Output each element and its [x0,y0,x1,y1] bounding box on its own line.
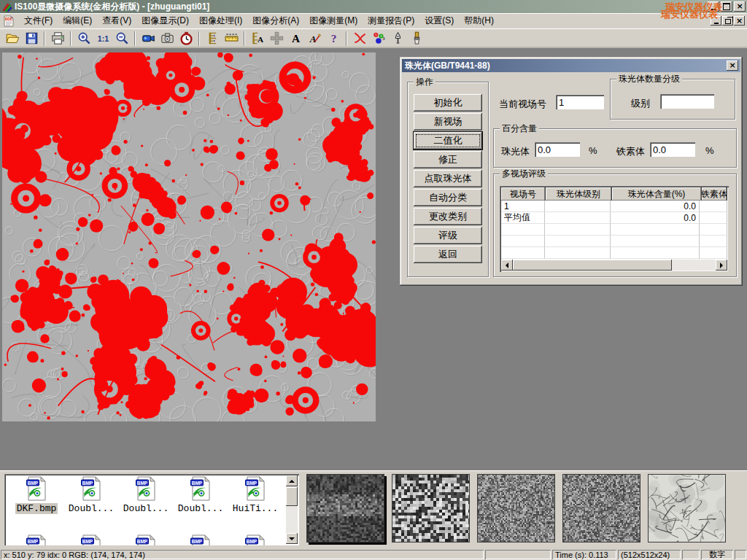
op-button-9[interactable]: 返回 [414,246,482,263]
ferrite-percent-input[interactable] [650,142,695,157]
op-button-7[interactable]: 更改类别 [414,208,482,225]
file-item-partial[interactable]: BMP [65,534,117,545]
menu-item-6[interactable]: 图像分析(A) [247,12,304,29]
mdi-restore-button[interactable] [722,16,733,26]
table-row[interactable]: 平均值0.0 [501,212,727,224]
dialog-close-icon: × [729,62,735,69]
image-thumbnail-3[interactable] [477,474,555,542]
text-button[interactable]: A [286,30,305,47]
curve-tool-button[interactable] [350,30,369,47]
actual-size-button[interactable]: 1:1 [93,30,112,47]
measure-text-button[interactable]: A [248,30,267,47]
file-scrollbar-thumb[interactable] [286,487,298,506]
help-button[interactable]: ? [324,30,343,47]
zoom-out-button[interactable] [112,30,131,47]
file-item-partial[interactable]: BMP [229,534,282,545]
maximize-button[interactable] [721,1,732,12]
ruler-button[interactable] [222,30,241,47]
table-column-header-3[interactable]: 珠光体含量(%) [612,187,702,201]
menu-item-5[interactable]: 图像处理(I) [194,12,247,29]
image-size-status: (512x512x24) [618,550,681,559]
pearlite-percent-input[interactable] [535,142,580,157]
video-camera-button[interactable] [139,30,158,47]
document-icon: DOC [3,15,15,27]
mdi-close-button[interactable]: × [734,16,745,26]
table-column-header-1[interactable]: 视场号 [501,187,546,201]
brush-button[interactable] [407,30,426,47]
file-item[interactable]: BMPDKF.bmp [10,476,63,514]
menu-item-4[interactable]: 图像显示(D) [136,12,194,29]
table-horizontal-scrollbar[interactable] [501,260,727,271]
op-button-4[interactable]: 修正 [414,151,482,168]
annotate-button[interactable]: A [305,30,324,47]
print-button[interactable] [48,30,67,47]
title-bar[interactable]: IS100显微摄像系统(金相分析版) - [zhuguangti01] × [0,0,747,13]
binarized-metallograph-image[interactable] [2,52,376,421]
file-item[interactable]: BMPDoubl... [65,476,117,514]
dialog-close-button[interactable]: × [727,61,738,71]
scroll-down-button[interactable] [286,533,298,544]
svg-text:1:1: 1:1 [97,34,108,43]
classify-button[interactable]: 123 [369,30,388,47]
svg-text:BMP: BMP [137,539,148,544]
bmp-file-icon: BMP [25,493,48,503]
scroll-up-button[interactable] [286,475,298,486]
image-thumbnail-4[interactable] [562,474,640,542]
image-thumbnail-1[interactable] [306,474,384,542]
capture-button[interactable] [158,30,177,47]
bmp-file-icon: BMP [134,493,158,503]
grid-button[interactable] [267,30,286,47]
file-item-partial[interactable]: BMP [174,534,227,545]
dialog-title-bar[interactable]: 珠光体(GB/T9441-88) × [402,59,740,72]
file-item[interactable]: BMPHuiTi... [229,476,282,514]
zoom-in-button[interactable] [74,30,93,47]
caliper-icon [206,31,220,45]
minimize-button[interactable] [708,1,719,12]
table-row[interactable]: 10.0 [501,201,727,212]
op-button-2[interactable]: 新视场 [414,113,482,131]
current-field-input[interactable] [556,95,604,109]
svg-text:BMP: BMP [82,539,93,544]
menu-item-3[interactable]: 查看(V) [97,12,136,29]
mdi-close-icon: × [736,18,743,25]
menu-item-10[interactable]: 帮助(H) [459,12,499,29]
caliper-button[interactable] [203,30,222,47]
menu-item-8[interactable]: 测量报告(P) [363,12,419,29]
timer-button[interactable] [177,30,196,47]
open-button[interactable] [3,30,22,47]
mdi-minimize-button[interactable] [711,16,721,26]
table-row-empty[interactable] [501,236,727,247]
multifield-group: 多视场评级 视场号珠光体级别珠光体含量(%)铁素体 10.0平均值0.0 [493,174,737,277]
table-column-header-2[interactable]: 珠光体级别 [546,187,612,201]
op-button-5[interactable]: 点取珠光体 [414,170,482,187]
mode-status: 数字 [701,550,733,559]
menu-item-2[interactable]: 编辑(E) [58,12,97,29]
file-list-scrollbar[interactable] [286,475,298,544]
menu-item-9[interactable]: 设置(S) [419,12,459,29]
file-item-partial[interactable]: BMP [120,534,172,545]
file-item-partial[interactable]: BMP [10,534,63,545]
pick-pen-button[interactable] [388,30,407,47]
op-button-8[interactable]: 评级 [414,227,482,244]
app-icon [1,1,12,12]
file-item[interactable]: BMPDoubl... [120,476,172,514]
scroll-right-button[interactable] [716,260,727,271]
op-button-6[interactable]: 自动分类 [414,189,482,206]
ferrite-percent-sign: % [705,145,714,156]
close-button[interactable]: × [734,1,746,12]
scrollbar-thumb[interactable] [513,260,672,271]
scroll-left-button[interactable] [501,260,513,271]
grade-input[interactable] [660,94,714,109]
save-button[interactable] [22,30,41,47]
table-row-empty[interactable] [501,224,727,236]
file-item[interactable]: BMPDoubl... [174,476,227,514]
menu-item-7[interactable]: 图像测量(M) [304,12,363,29]
op-button-3[interactable]: 二值化 [414,132,482,149]
svg-text:3: 3 [382,36,384,41]
table-column-header-4[interactable]: 铁素体 [702,187,727,201]
op-button-1[interactable]: 初始化 [414,94,482,112]
image-thumbnail-2[interactable] [392,474,470,542]
menu-item-1[interactable]: 文件(F) [19,12,58,29]
table-row-empty[interactable] [501,247,727,259]
image-thumbnail-5[interactable] [648,474,726,542]
